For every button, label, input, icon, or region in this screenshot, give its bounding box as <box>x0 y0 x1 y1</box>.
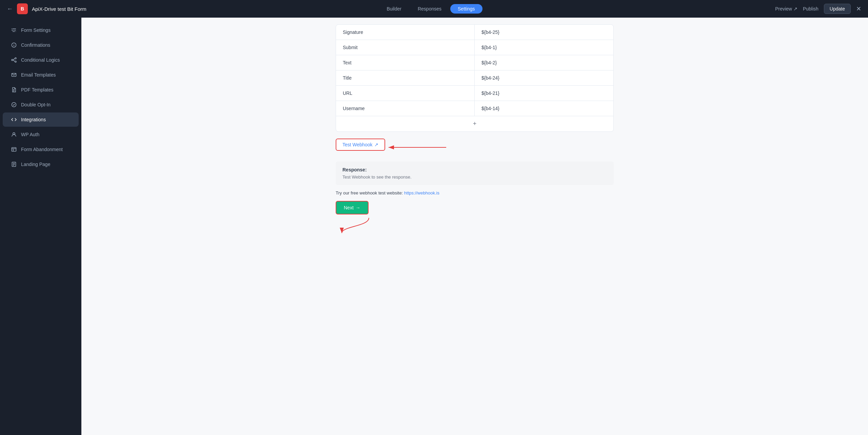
check-circle-icon <box>11 102 17 108</box>
svg-point-2 <box>14 44 14 44</box>
sidebar-item-conditional-logics[interactable]: Conditional Logics <box>3 53 79 67</box>
tab-builder[interactable]: Builder <box>379 4 409 14</box>
sidebar-item-label: Confirmations <box>21 42 50 48</box>
preview-button[interactable]: Preview ↗ <box>775 6 797 12</box>
sidebar-item-label: Landing Page <box>21 162 50 167</box>
tab-settings[interactable]: Settings <box>450 4 482 14</box>
sidebar-item-label: PDF Templates <box>21 87 53 92</box>
sliders-icon <box>11 27 17 33</box>
nodes-icon <box>11 57 17 63</box>
arrow-annotation <box>385 141 453 154</box>
field-value: ${b4-14} <box>475 101 613 116</box>
tab-responses[interactable]: Responses <box>410 4 449 14</box>
field-label: Text <box>336 55 475 70</box>
topbar-right: Preview ↗ Publish Update ✕ <box>775 4 861 14</box>
close-button[interactable]: ✕ <box>856 5 861 13</box>
field-value: ${b4-2} <box>475 55 613 70</box>
sidebar-item-label: Email Templates <box>21 72 56 78</box>
logo: B <box>17 3 28 14</box>
test-webhook-button[interactable]: Test Webhook ↗ <box>336 139 385 151</box>
sidebar-item-wp-auth[interactable]: WP Auth <box>3 127 79 142</box>
sidebar-item-label: Form Settings <box>21 27 51 33</box>
content-area: Signature ${b4-25} Submit ${b4-1} Text $… <box>81 18 868 435</box>
sidebar-item-email-templates[interactable]: Email Templates <box>3 68 79 82</box>
field-value: ${b4-24} <box>475 70 613 85</box>
external-link-icon: ↗ <box>374 142 378 147</box>
add-row-button[interactable]: + <box>336 116 613 131</box>
content-inner: Signature ${b4-25} Submit ${b4-1} Text $… <box>336 24 614 435</box>
topbar-nav: Builder Responses Settings <box>92 4 770 14</box>
webhook-link[interactable]: https://webhook.is <box>404 190 439 195</box>
field-label: Title <box>336 70 475 85</box>
field-value: ${b4-25} <box>475 25 613 40</box>
next-arrow-annotation <box>321 214 389 235</box>
topbar-left: ← B ApiX-Drive test Bit Form <box>7 3 86 14</box>
sidebar-item-label: Integrations <box>21 117 46 122</box>
svg-point-5 <box>15 61 16 62</box>
sidebar-item-label: Conditional Logics <box>21 57 60 63</box>
file-icon <box>11 161 17 167</box>
app-title: ApiX-Drive test Bit Form <box>32 6 86 12</box>
file-alt-icon <box>11 87 17 93</box>
svg-point-4 <box>15 58 16 59</box>
next-button[interactable]: Next → <box>336 201 369 214</box>
next-section: Next → <box>336 201 369 214</box>
update-button[interactable]: Update <box>824 4 851 14</box>
response-placeholder: Test Webhook to see the response. <box>342 174 607 180</box>
arrow-right-icon: → <box>356 205 360 210</box>
webhook-hint: Try our free webhook test website: https… <box>336 190 614 195</box>
field-label: URL <box>336 86 475 101</box>
sidebar-item-confirmations[interactable]: Confirmations <box>3 38 79 52</box>
table-row: URL ${b4-21} <box>336 86 613 101</box>
table-icon <box>11 146 17 152</box>
response-box: Response: Test Webhook to see the respon… <box>336 162 614 185</box>
table-row: Submit ${b4-1} <box>336 40 613 55</box>
sidebar-item-form-abandonment[interactable]: Form Abandonment <box>3 142 79 157</box>
sidebar-item-double-opt-in[interactable]: Double Opt-In <box>3 98 79 112</box>
svg-line-7 <box>13 60 15 62</box>
table-row: Username ${b4-14} <box>336 101 613 116</box>
mapping-table: Signature ${b4-25} Submit ${b4-1} Text $… <box>336 24 614 132</box>
publish-button[interactable]: Publish <box>803 6 818 12</box>
response-label: Response: <box>342 167 607 172</box>
field-label: Username <box>336 101 475 116</box>
user-icon <box>11 131 17 138</box>
field-value: ${b4-1} <box>475 40 613 55</box>
sidebar-item-integrations[interactable]: Integrations <box>3 112 79 127</box>
code-icon <box>11 117 17 123</box>
table-row: Signature ${b4-25} <box>336 25 613 40</box>
sidebar-item-label: Double Opt-In <box>21 102 51 107</box>
test-webhook-section: Test Webhook ↗ <box>336 139 385 156</box>
envelope-icon <box>11 72 17 78</box>
sidebar-item-pdf-templates[interactable]: PDF Templates <box>3 83 79 97</box>
svg-rect-14 <box>12 148 16 151</box>
table-row: Title ${b4-24} <box>336 70 613 86</box>
sidebar-item-landing-page[interactable]: Landing Page <box>3 157 79 171</box>
info-circle-icon <box>11 42 17 48</box>
sidebar-item-form-settings[interactable]: Form Settings <box>3 23 79 37</box>
svg-point-3 <box>12 59 13 61</box>
field-label: Submit <box>336 40 475 55</box>
sidebar-item-label: WP Auth <box>21 132 39 137</box>
table-row: Text ${b4-2} <box>336 55 613 70</box>
topbar: ← B ApiX-Drive test Bit Form Builder Res… <box>0 0 868 18</box>
field-value: ${b4-21} <box>475 86 613 101</box>
sidebar-item-label: Form Abandonment <box>21 147 63 152</box>
back-button[interactable]: ← <box>7 5 13 13</box>
sidebar: Form Settings Confirmations Conditional … <box>0 18 81 435</box>
field-label: Signature <box>336 25 475 40</box>
svg-line-6 <box>13 59 15 60</box>
main-layout: Form Settings Confirmations Conditional … <box>0 18 868 435</box>
